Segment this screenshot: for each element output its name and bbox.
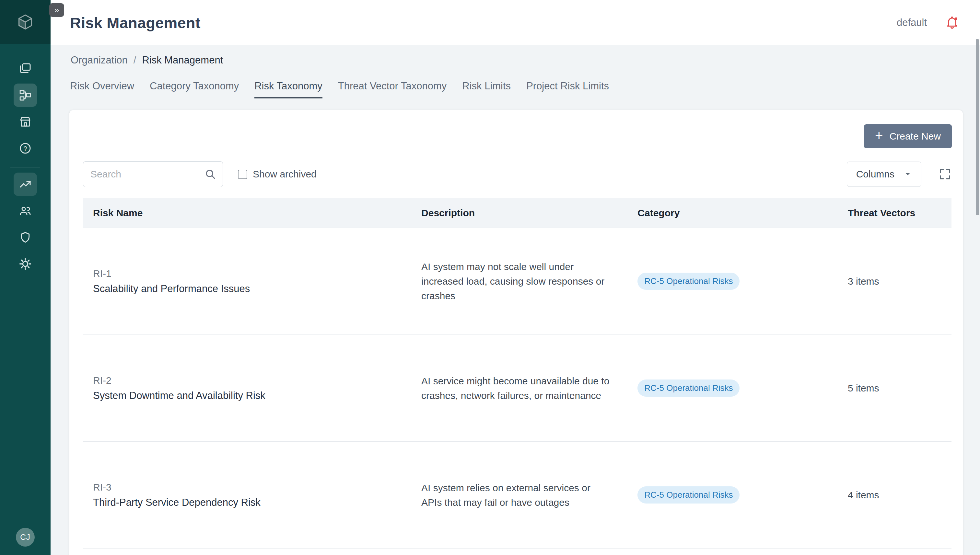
risk-name: Third-Party Service Dependency Risk <box>93 497 411 508</box>
risk-id-link[interactable]: RI-3 <box>93 482 411 493</box>
tab-project-risk-limits[interactable]: Project Risk Limits <box>526 80 609 98</box>
threat-vectors-count: 5 items <box>838 383 951 394</box>
sidebar-item-users[interactable] <box>14 199 37 223</box>
tab-risk-limits[interactable]: Risk Limits <box>462 80 511 98</box>
storefront-icon <box>19 115 32 128</box>
main-content: Organization / Risk Management Risk Over… <box>51 45 980 555</box>
sidebar-divider <box>10 167 40 167</box>
tab-risk-taxonomy[interactable]: Risk Taxonomy <box>254 80 322 98</box>
show-archived-toggle[interactable]: Show archived <box>238 169 317 180</box>
fullscreen-icon[interactable] <box>938 167 952 181</box>
notifications-bell-icon[interactable] <box>945 16 959 30</box>
chevrons-right-icon: » <box>54 5 59 15</box>
risk-name: Scalability and Performance Issues <box>93 283 411 295</box>
tab-bar: Risk Overview Category Taxonomy Risk Tax… <box>70 80 963 98</box>
projects-icon <box>19 62 32 75</box>
risk-id-link[interactable]: RI-1 <box>93 268 411 279</box>
risk-name: System Downtime and Availability Risk <box>93 390 411 401</box>
category-chip[interactable]: RC-5 Operational Risks <box>637 486 740 504</box>
column-header-description[interactable]: Description <box>411 208 628 218</box>
risk-table: Risk Name Description Category Threat Ve… <box>83 198 951 549</box>
breadcrumb-current: Risk Management <box>142 55 223 66</box>
sidebar-item-metrics[interactable] <box>14 173 37 196</box>
environment-label: default <box>897 17 927 29</box>
sidebar: ? <box>0 0 51 555</box>
column-header-threat-vectors[interactable]: Threat Vectors <box>838 208 951 218</box>
app-header: Risk Management default <box>51 0 980 45</box>
app-logo[interactable] <box>0 0 51 44</box>
category-chip[interactable]: RC-5 Operational Risks <box>637 380 740 397</box>
breadcrumb-separator: / <box>134 55 137 66</box>
search-box <box>83 161 223 187</box>
search-icon[interactable] <box>204 168 216 180</box>
user-avatar[interactable]: CJ <box>16 528 35 547</box>
column-header-risk-name[interactable]: Risk Name <box>83 208 411 218</box>
risk-id-link[interactable]: RI-2 <box>93 375 411 386</box>
breadcrumb-organization[interactable]: Organization <box>71 55 128 66</box>
sidebar-item-projects[interactable] <box>14 57 37 80</box>
risk-description: AI service might become unavailable due … <box>411 374 610 403</box>
create-new-button[interactable]: + Create New <box>864 124 952 148</box>
plus-icon: + <box>875 129 883 143</box>
chevron-down-icon <box>903 169 912 179</box>
breadcrumb: Organization / Risk Management <box>71 55 963 66</box>
create-new-label: Create New <box>890 131 941 142</box>
page-title: Risk Management <box>70 14 201 32</box>
threat-vectors-count: 4 items <box>838 489 951 500</box>
trending-up-icon <box>19 178 32 191</box>
table-row[interactable]: RI-3 Third-Party Service Dependency Risk… <box>83 442 951 549</box>
risk-description: AI system relies on external services or… <box>411 481 610 510</box>
gear-icon <box>19 257 32 270</box>
sidebar-item-help[interactable]: ? <box>14 136 37 160</box>
scrollbar-track[interactable] <box>975 0 980 555</box>
table-row[interactable]: RI-2 System Downtime and Availability Ri… <box>83 335 951 442</box>
table-toolbar: Show archived Columns <box>69 110 963 187</box>
sidebar-nav-bottom <box>14 173 37 276</box>
show-archived-checkbox[interactable] <box>238 170 247 179</box>
users-icon <box>19 204 32 217</box>
risk-description: AI system may not scale well under incre… <box>411 259 610 303</box>
table-row[interactable]: RI-1 Scalability and Performance Issues … <box>83 228 951 335</box>
search-input[interactable] <box>90 169 204 180</box>
category-chip[interactable]: RC-5 Operational Risks <box>637 273 740 290</box>
shield-icon <box>19 231 32 244</box>
sidebar-item-marketplace[interactable] <box>14 110 37 133</box>
sidebar-item-settings[interactable] <box>14 252 37 276</box>
svg-text:?: ? <box>23 145 27 152</box>
avatar-initials: CJ <box>20 533 30 542</box>
table-header-row: Risk Name Description Category Threat Ve… <box>83 198 951 228</box>
column-header-category[interactable]: Category <box>628 208 838 218</box>
sidebar-nav-top: ? <box>14 57 37 160</box>
threat-vectors-count: 3 items <box>838 276 951 287</box>
hierarchy-icon <box>19 89 32 102</box>
show-archived-label: Show archived <box>253 169 317 180</box>
help-icon: ? <box>19 142 32 155</box>
risk-taxonomy-panel: + Create New Show archived Columns <box>69 110 963 555</box>
tab-threat-vector-taxonomy[interactable]: Threat Vector Taxonomy <box>338 80 447 98</box>
sidebar-expand-button[interactable]: » <box>49 3 64 17</box>
sidebar-item-security[interactable] <box>14 226 37 249</box>
tab-risk-overview[interactable]: Risk Overview <box>70 80 134 98</box>
columns-button[interactable]: Columns <box>847 162 921 187</box>
tab-category-taxonomy[interactable]: Category Taxonomy <box>150 80 239 98</box>
sidebar-item-taxonomy[interactable] <box>14 83 37 107</box>
columns-label: Columns <box>856 169 895 180</box>
scrollbar-thumb[interactable] <box>976 39 979 215</box>
